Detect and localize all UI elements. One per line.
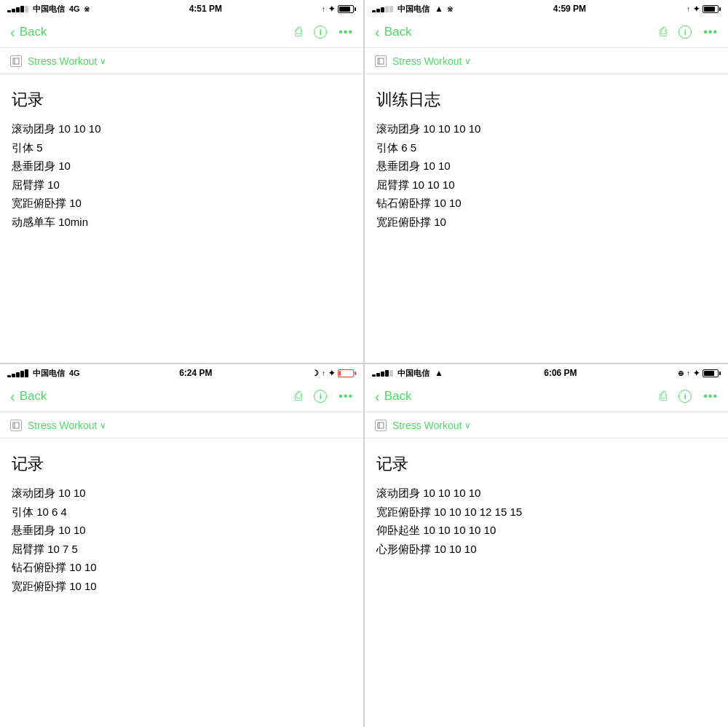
back-button-3[interactable]: ‹ Back — [10, 389, 47, 404]
workout-title-bar-1: Stress Workout ∨ — [0, 48, 363, 74]
svg-rect-0 — [13, 58, 19, 64]
workout-chevron-1[interactable]: ∨ — [100, 56, 106, 66]
status-right-1: ↑ ✦ — [322, 4, 356, 14]
list-item: 屈臂撑 10 10 10 — [376, 177, 716, 194]
signal-quality-2: ※ — [447, 5, 453, 13]
workout-icon-2 — [375, 55, 387, 67]
list-item: 滚动团身 10 10 10 — [12, 121, 352, 138]
list-item: 悬垂团身 10 10 — [12, 522, 352, 539]
list-item: 钻石俯卧撑 10 10 — [12, 559, 352, 576]
status-bar-3: 中国电信 4G 6:24 PM ☽ ↑ ✦ — [0, 364, 363, 380]
workout-title-1[interactable]: Stress Workout — [28, 55, 97, 67]
signal-4 — [372, 370, 393, 377]
section-title-3: 记录 — [12, 453, 352, 475]
workout-icon-4 — [375, 420, 387, 431]
battery-2 — [703, 5, 721, 13]
nav-icons-4: ⎙ i ••• — [660, 389, 718, 404]
location-icon-4: ⊕ — [678, 369, 684, 377]
screen-top-right: 中国电信 ▲ ※ 4:59 PM ↑ ✦ ‹ Back ⎙ i ••• — [365, 0, 728, 363]
bluetooth-4: ✦ — [693, 369, 700, 378]
list-item: 宽距俯卧撑 10 — [376, 214, 716, 231]
info-icon-2[interactable]: i — [678, 25, 692, 39]
bluetooth-1: ✦ — [328, 4, 335, 14]
time-3: 6:24 PM — [179, 368, 212, 378]
share-icon-1[interactable]: ⎙ — [295, 25, 302, 39]
back-button-2[interactable]: ‹ Back — [375, 25, 411, 39]
list-item: 动感单车 10min — [12, 214, 352, 231]
content-4: 记录 滚动团身 10 10 10 10 宽距俯卧撑 10 10 10 12 15… — [365, 439, 728, 727]
network-3: 4G — [69, 369, 80, 377]
list-item: 引体 10 6 4 — [12, 504, 352, 521]
status-bar-2: 中国电信 ▲ ※ 4:59 PM ↑ ✦ — [365, 0, 728, 16]
nav-bar-3: ‹ Back ⎙ i ••• — [0, 380, 363, 412]
screen-bottom-left: 中国电信 4G 6:24 PM ☽ ↑ ✦ ‹ Back ⎙ i ••• — [0, 364, 363, 727]
section-title-4: 记录 — [376, 453, 716, 475]
status-left-3: 中国电信 4G — [7, 368, 80, 379]
battery-1 — [338, 5, 356, 13]
carrier-3: 中国电信 — [33, 368, 65, 379]
workout-title-4[interactable]: Stress Workout — [392, 420, 462, 431]
status-left-4: 中国电信 ▲ — [372, 368, 443, 379]
workout-title-2[interactable]: Stress Workout — [392, 55, 462, 67]
carrier-4: 中国电信 — [397, 368, 430, 379]
workout-title-3[interactable]: Stress Workout — [28, 420, 97, 431]
exercise-list-3: 滚动团身 10 10 引体 10 6 4 悬垂团身 10 10 屈臂撑 10 7… — [12, 485, 352, 594]
more-icon-3[interactable]: ••• — [339, 390, 353, 403]
share-icon-4[interactable]: ⎙ — [660, 389, 667, 404]
workout-title-bar-3: Stress Workout ∨ — [0, 412, 363, 439]
back-label-3[interactable]: Back — [20, 389, 47, 404]
status-left-2: 中国电信 ▲ ※ — [372, 4, 453, 15]
more-icon-2[interactable]: ••• — [703, 25, 718, 39]
time-4: 6:06 PM — [544, 368, 577, 378]
exercise-list-2: 滚动团身 10 10 10 10 引体 6 5 悬垂团身 10 10 屈臂撑 1… — [376, 121, 716, 230]
section-title-2: 训练日志 — [376, 89, 716, 111]
nav-icons-2: ⎙ i ••• — [660, 25, 718, 39]
list-item: 悬垂团身 10 — [12, 158, 352, 175]
back-label-4[interactable]: Back — [384, 389, 412, 404]
screen-top-left: 中国电信 4G ※ 4:51 PM ↑ ✦ ‹ Back ⎙ i ••• — [0, 0, 363, 363]
list-item: 宽距俯卧撑 10 — [12, 195, 352, 212]
bluetooth-3: ✦ — [328, 369, 335, 378]
workout-chevron-2[interactable]: ∨ — [464, 56, 471, 66]
info-icon-1[interactable]: i — [314, 25, 327, 39]
section-title-1: 记录 — [12, 89, 352, 111]
list-item: 引体 5 — [12, 140, 352, 157]
battery-3 — [338, 369, 356, 377]
wifi-icon-2: ▲ — [435, 4, 443, 14]
signal-2 — [372, 6, 393, 12]
workout-chevron-4[interactable]: ∨ — [464, 420, 471, 431]
share-icon-2[interactable]: ⎙ — [660, 25, 667, 39]
arrow-up-4: ↑ — [687, 369, 690, 377]
back-button-1[interactable]: ‹ Back — [10, 25, 47, 39]
workout-title-bar-2: Stress Workout ∨ — [365, 48, 728, 74]
info-icon-3[interactable]: i — [314, 390, 327, 403]
time-2: 4:59 PM — [553, 4, 586, 14]
list-item: 屈臂撑 10 7 5 — [12, 541, 352, 558]
svg-rect-2 — [378, 58, 384, 64]
workout-icon-1 — [10, 55, 22, 67]
chevron-left-icon-1: ‹ — [10, 25, 15, 39]
content-1: 记录 滚动团身 10 10 10 引体 5 悬垂团身 10 屈臂撑 10 宽距俯… — [0, 74, 363, 363]
carrier-2: 中国电信 — [397, 4, 430, 15]
signal-1 — [7, 6, 28, 12]
svg-rect-4 — [13, 423, 19, 428]
more-icon-1[interactable]: ••• — [339, 25, 353, 39]
workout-chevron-3[interactable]: ∨ — [100, 420, 106, 431]
status-left-1: 中国电信 4G ※ — [7, 4, 90, 15]
screen-bottom-right: 中国电信 ▲ 6:06 PM ⊕ ↑ ✦ ‹ Back ⎙ i ••• — [365, 364, 728, 727]
content-2: 训练日志 滚动团身 10 10 10 10 引体 6 5 悬垂团身 10 10 … — [365, 74, 728, 363]
list-item: 引体 6 5 — [376, 140, 716, 157]
nav-bar-2: ‹ Back ⎙ i ••• — [365, 16, 728, 48]
more-icon-4[interactable]: ••• — [703, 390, 718, 403]
back-label-1[interactable]: Back — [20, 25, 47, 39]
list-item: 心形俯卧撑 10 10 10 — [376, 541, 716, 558]
share-icon-3[interactable]: ⎙ — [295, 389, 302, 404]
chevron-left-icon-3: ‹ — [10, 389, 15, 404]
info-icon-4[interactable]: i — [678, 390, 692, 403]
workout-icon-3 — [10, 420, 22, 431]
status-right-4: ⊕ ↑ ✦ — [678, 369, 721, 378]
workout-title-bar-4: Stress Workout ∨ — [365, 412, 728, 439]
list-item: 宽距俯卧撑 10 10 10 12 15 15 — [376, 504, 716, 521]
back-label-2[interactable]: Back — [384, 25, 412, 39]
back-button-4[interactable]: ‹ Back — [375, 389, 411, 404]
